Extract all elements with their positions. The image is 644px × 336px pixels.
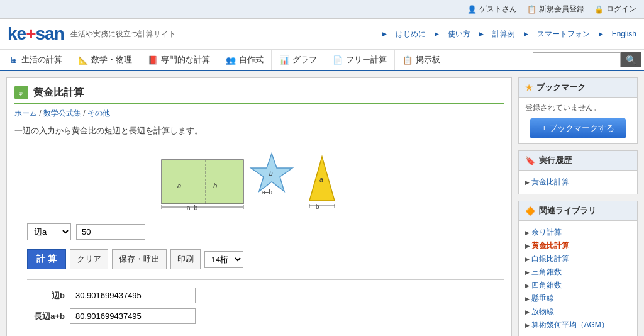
result-value-b[interactable] <box>70 288 196 303</box>
breadcrumb-home[interactable]: ホーム <box>14 109 37 118</box>
illustration: a b a+b b a+b a b <box>14 144 504 213</box>
library-item-4[interactable]: 四角錐数 <box>525 279 631 292</box>
library-item-2[interactable]: 白銀比計算 <box>525 252 631 266</box>
logo: ke+san 生活や実務に役立つ計算サイト <box>8 24 176 44</box>
result-row-b: 辺b <box>27 288 504 303</box>
nav-math[interactable]: 📐 数学・物理 <box>70 50 140 70</box>
breadcrumb-math[interactable]: 数学公式集 <box>43 109 81 118</box>
print-button[interactable]: 印刷 <box>170 249 201 269</box>
results: 辺b 長辺a+b <box>27 279 504 324</box>
result-label-b: 辺b <box>27 290 65 301</box>
result-value-ab[interactable] <box>70 308 196 324</box>
nav-english[interactable]: English <box>599 30 636 38</box>
nav-tsukaikata[interactable]: 使い方 <box>435 29 470 40</box>
register-link[interactable]: 📋 新規会員登録 <box>527 4 584 14</box>
grid-icon: 📋 <box>402 55 413 65</box>
svg-text:φ: φ <box>19 90 23 96</box>
digits-select[interactable]: 14桁 10桁 8桁 6桁 <box>204 251 243 268</box>
clear-button[interactable]: クリア <box>70 249 108 269</box>
user-icon: 👤 <box>467 5 477 14</box>
nav-free[interactable]: 📄 フリー計算 <box>325 50 395 70</box>
breadcrumb-other[interactable]: その他 <box>87 109 110 118</box>
description: 一辺の入力から黄金比の短辺と長辺を計算します。 <box>14 125 504 137</box>
main-content: φ 黄金比計算 ホーム / 数学公式集 / その他 一辺の入力から黄金比の短辺と… <box>6 77 512 336</box>
library-item-7[interactable]: 算術幾何平均（AGM） <box>525 318 631 332</box>
page-title-bar: φ 黄金比計算 <box>14 86 504 104</box>
title-icon: φ <box>14 86 28 99</box>
svg-text:a+b: a+b <box>262 189 272 196</box>
logo-text: ke+san <box>8 24 64 44</box>
tagline: 生活や実務に役立つ計算サイト <box>70 29 176 40</box>
nav-custom[interactable]: 👥 自作式 <box>218 50 272 70</box>
bookmark-title: ★ ブックマーク <box>519 78 637 98</box>
lock-icon: 🔒 <box>594 5 604 14</box>
content-wrapper: φ 黄金比計算 ホーム / 数学公式集 / その他 一辺の入力から黄金比の短辺と… <box>0 71 644 336</box>
svg-text:a: a <box>319 176 323 183</box>
svg-rect-2 <box>162 160 243 204</box>
library-item-3[interactable]: 三角錐数 <box>525 266 631 279</box>
breadcrumb: ホーム / 数学公式集 / その他 <box>14 108 504 119</box>
value-input[interactable] <box>76 224 145 240</box>
register-icon: 📋 <box>527 5 536 14</box>
sidebar: ★ ブックマーク 登録されていません。 + ブックマークする 🔖 実行履歴 黄金… <box>518 77 638 336</box>
nav-board[interactable]: 📋 掲示板 <box>395 50 448 70</box>
svg-text:b: b <box>213 182 217 189</box>
barchart-icon: 📊 <box>279 55 289 65</box>
search-bar: 🔍 <box>533 52 641 67</box>
svg-text:a: a <box>177 182 181 189</box>
golden-ratio-illustration: a b a+b b a+b a b <box>155 144 363 213</box>
bookmark-content: 登録されていません。 + ブックマークする <box>519 98 637 143</box>
save-button[interactable]: 保存・呼出 <box>112 249 167 269</box>
library-item-5[interactable]: 懸垂線 <box>525 292 631 305</box>
result-row-ab: 長辺a+b <box>27 308 504 324</box>
library-title: 🔶 関連ライブラリ <box>519 201 637 221</box>
bookmark-button-wrap: + ブックマークする <box>525 118 631 138</box>
top-bar: 👤 ゲストさん 📋 新規会員登録 🔒 ログイン <box>0 0 644 19</box>
nav-smartphone[interactable]: スマートフォン <box>524 29 590 40</box>
history-icon: 🔖 <box>525 156 535 165</box>
guest-label: 👤 ゲストさん <box>467 4 517 14</box>
nav-graph[interactable]: 📊 グラフ <box>272 50 325 70</box>
login-link[interactable]: 🔒 ログイン <box>594 4 636 14</box>
svg-text:b: b <box>269 170 273 177</box>
history-title: 🔖 実行履歴 <box>519 151 637 171</box>
header: ke+san 生活や実務に役立つ計算サイト はじめに 使い方 計算例 スマートフ… <box>0 19 644 50</box>
result-label-ab: 長辺a+b <box>27 311 65 322</box>
svg-text:b: b <box>316 203 319 210</box>
page-title: 黄金比計算 <box>33 86 84 99</box>
book-icon: 📕 <box>148 55 158 65</box>
side-select[interactable]: 辺a 辺b 辺a+b <box>27 223 71 240</box>
svg-text:a+b: a+b <box>187 204 197 211</box>
logo-plus: + <box>26 24 35 43</box>
library-icon: 🔶 <box>525 206 535 216</box>
nav-life[interactable]: 🖩 生活の計算 <box>3 50 70 70</box>
star-icon: ★ <box>525 83 533 92</box>
triangle-icon: 📐 <box>78 55 88 65</box>
main-nav: 🖩 生活の計算 📐 数学・物理 📕 専門的な計算 👥 自作式 📊 グラフ 📄 フ… <box>0 50 644 71</box>
bookmark-box: ★ ブックマーク 登録されていません。 + ブックマークする <box>518 77 638 144</box>
nav-expert[interactable]: 📕 専門的な計算 <box>140 50 218 70</box>
library-item-0[interactable]: 余り計算 <box>525 226 631 239</box>
document-icon: 📄 <box>333 55 343 65</box>
library-item-6[interactable]: 放物線 <box>525 305 631 318</box>
search-button[interactable]: 🔍 <box>621 52 641 67</box>
bookmark-status: 登録されていません。 <box>525 103 631 113</box>
library-box: 🔶 関連ライブラリ 余り計算 黄金比計算 白銀比計算 三角錐数 四角錐数 懸垂線… <box>518 201 638 336</box>
nav-hajimeni[interactable]: はじめに <box>382 29 426 40</box>
add-bookmark-button[interactable]: + ブックマークする <box>530 118 625 138</box>
nav-keisanrei[interactable]: 計算例 <box>479 29 515 40</box>
history-box: 🔖 実行履歴 黄金比計算 <box>518 150 638 194</box>
library-item-1[interactable]: 黄金比計算 <box>525 239 631 252</box>
input-row: 辺a 辺b 辺a+b <box>27 223 504 240</box>
search-input[interactable] <box>533 52 621 67</box>
calculate-button[interactable]: 計 算 <box>27 249 66 269</box>
library-content: 余り計算 黄金比計算 白銀比計算 三角錐数 四角錐数 懸垂線 放物線 算術幾何平… <box>519 221 637 336</box>
header-nav: はじめに 使い方 計算例 スマートフォン English <box>382 29 636 40</box>
history-item-0[interactable]: 黄金比計算 <box>525 176 631 189</box>
button-row: 計 算 クリア 保存・呼出 印刷 14桁 10桁 8桁 6桁 <box>27 249 504 269</box>
history-content: 黄金比計算 <box>519 171 637 194</box>
calculator-icon: 🖩 <box>10 55 18 65</box>
people-icon: 👥 <box>226 55 236 65</box>
